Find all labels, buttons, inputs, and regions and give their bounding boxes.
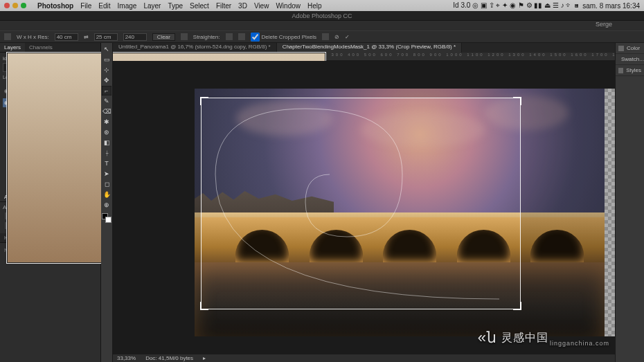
traffic-lights[interactable] [4,3,26,8]
menu-3d[interactable]: 3D [238,2,247,10]
straighten-icon[interactable] [181,33,188,40]
tools-toolbar: ↖ ▭ ⊹ ✥ ⌐ ✎ ⌫ ✱ ⊛ ◧ ⟊ T ➤ ◻ ✋ ⊕ [101,43,113,362]
straighten-label: Straighten: [193,34,220,40]
crop-tool-icon[interactable] [4,33,11,40]
crop-handle-br[interactable] [513,302,521,310]
canvas-area[interactable] [113,61,615,354]
app-title: Adobe Photoshop CC [0,11,644,21]
mac-status-icons[interactable]: Id 3.0 ◎ ▣ ⇪ ⌖ ✦ ◉ ⚑ ⚙ ▮▮ ⏏ ☰ ♪ ᯤ ▦ [453,1,578,10]
gradient-tool[interactable]: ◧ [102,138,111,147]
layers-panel: Layers Channels kind Normal Opacity: Loc… [0,43,100,109]
menu-select[interactable]: Select [190,2,209,10]
reset-crop-icon[interactable] [322,33,329,40]
menu-help[interactable]: Help [307,2,322,10]
clear-button[interactable]: Clear [152,33,175,41]
pen-tool[interactable]: ⟊ [102,148,111,158]
color-icon [618,46,624,51]
menu-filter[interactable]: Filter [216,2,231,10]
styles-icon [618,68,623,73]
marquee-tool[interactable]: ▭ [102,55,111,64]
delete-cropped-checkbox[interactable] [251,33,260,42]
hand-tool[interactable]: ✋ [102,190,111,199]
menu-image[interactable]: Image [118,2,137,10]
channels-tab[interactable]: Channels [25,43,57,52]
eyedropper-tool[interactable]: ✎ [102,96,111,106]
golden-spiral-overlay [202,98,520,309]
doc-tab-2[interactable]: ChapterTwoBlendingModesMask_1 @ 33,3% (C… [277,43,462,53]
delete-cropped-check[interactable]: Delete Cropped Pixels [251,33,317,42]
zoom-level[interactable]: 33,33% [117,355,136,361]
styles-panel-collapsed[interactable]: Styles [616,65,644,76]
heal-tool[interactable]: ⌫ [102,107,111,116]
crop-res-input[interactable] [123,33,147,41]
color-panel-collapsed[interactable]: Color [616,43,644,54]
doc-size[interactable]: Doc: 41,5M/0 bytes [145,355,193,361]
status-bar: 33,33% Doc: 41,5M/0 bytes ▸ [113,354,615,362]
zoom-tool[interactable]: ⊕ [102,200,111,210]
crop-width-input[interactable] [55,33,78,41]
crop-handle-tl[interactable] [200,97,208,105]
crop-options-icon[interactable] [238,33,245,40]
crop-height-input[interactable] [94,33,118,41]
shape-tool[interactable]: ◻ [102,179,111,189]
mac-clock: sam. 8 mars 16:34 [582,2,640,10]
brush-tool[interactable]: ✱ [102,117,111,127]
wand-tool[interactable]: ✥ [102,75,111,85]
menu-edit[interactable]: Edit [98,2,110,10]
menu-file[interactable]: File [80,2,91,10]
menu-view[interactable]: View [254,2,269,10]
crop-handle-bl[interactable] [200,302,208,310]
status-chevron-icon[interactable]: ▸ [203,355,206,361]
cancel-crop-icon[interactable]: ⊘ [334,34,339,40]
layer-row[interactable]: ◉ Crop Preview [3,98,98,107]
swatches-panel-collapsed[interactable]: Swatch... [616,54,644,65]
swap-wh-icon[interactable]: ⇄ [84,34,89,40]
menu-type[interactable]: Type [168,2,183,10]
path-tool[interactable]: ➤ [102,169,111,179]
right-panel-strip: Color Swatch... Styles [615,43,644,362]
layers-tab[interactable]: Layers [0,43,25,52]
workspace-switcher[interactable]: Serge [596,21,612,28]
stamp-tool[interactable]: ⊛ [102,127,111,137]
crop-marquee[interactable] [202,98,520,309]
doc-tab-1[interactable]: Untitled_Panorama1 @ 16,7% (storm-524.dn… [113,43,277,53]
crop-tool[interactable]: ⌐ [102,86,111,96]
mac-menubar: Photoshop File Edit Image Layer Type Sel… [0,0,644,11]
options-bar: W x H x Res: ⇄ Clear Straighten: Delete … [0,30,644,43]
commit-crop-icon[interactable]: ✓ [345,34,350,40]
ratio-preset-label[interactable]: W x H x Res: [17,34,49,40]
lasso-tool[interactable]: ⊹ [102,65,111,75]
mac-app-name: Photoshop [37,2,73,10]
type-tool[interactable]: T [102,159,111,168]
overlay-icon[interactable] [226,33,233,40]
menu-layer[interactable]: Layer [143,2,161,10]
document[interactable] [195,89,605,336]
crop-handle-tr[interactable] [513,97,521,105]
left-panel-stack: Layers Channels kind Normal Opacity: Loc… [0,43,101,362]
color-swatch[interactable] [102,213,111,223]
document-tabs: Untitled_Panorama1 @ 16,7% (storm-524.dn… [113,43,615,53]
menu-window[interactable]: Window [276,2,301,10]
move-tool[interactable]: ↖ [102,44,111,54]
app-inner-spacer [0,21,644,30]
